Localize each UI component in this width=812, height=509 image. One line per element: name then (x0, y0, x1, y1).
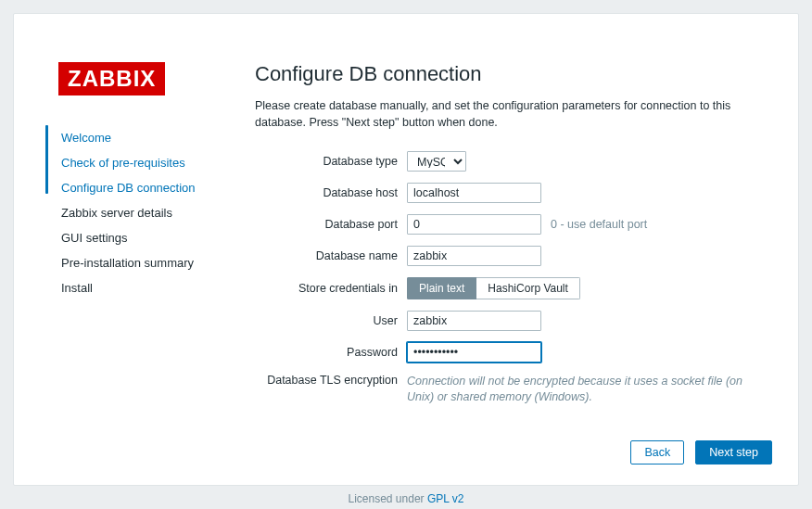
license-link[interactable]: GPL v2 (427, 492, 464, 505)
step-server-details[interactable]: Zabbix server details (45, 200, 234, 225)
label-tls: Database TLS encryption (255, 374, 407, 387)
label-db-port: Database port (255, 218, 407, 231)
store-plain-text-button[interactable]: Plain text (407, 277, 476, 299)
db-password-input[interactable] (407, 342, 541, 363)
step-prerequisites[interactable]: Check of pre-requisites (45, 150, 234, 175)
label-password: Password (255, 346, 407, 359)
db-name-input[interactable] (407, 246, 541, 266)
setup-steps-list: Welcome Check of pre-requisites Configur… (45, 125, 234, 300)
db-type-select[interactable]: MySQL (407, 151, 466, 172)
store-credentials-segmented: Plain text HashiCorp Vault (407, 277, 580, 299)
label-db-host: Database host (255, 186, 407, 199)
db-host-input[interactable] (407, 183, 541, 203)
wizard-footer-buttons: Back Next step (630, 440, 772, 464)
label-db-name: Database name (255, 249, 407, 262)
setup-card: ZABBIX Welcome Check of pre-requisites C… (13, 13, 799, 486)
label-store: Store credentials in (255, 282, 407, 295)
page-root: ZABBIX Welcome Check of pre-requisites C… (0, 0, 812, 509)
db-port-input[interactable] (407, 214, 541, 235)
zabbix-logo: ZABBIX (58, 62, 165, 95)
back-button[interactable]: Back (630, 440, 684, 464)
db-user-input[interactable] (407, 311, 541, 331)
tls-note: Connection will not be encrypted because… (407, 374, 759, 405)
next-step-button[interactable]: Next step (695, 440, 772, 464)
step-preinstall[interactable]: Pre-installation summary (45, 250, 234, 275)
license-footer: Licensed under GPL v2 (0, 492, 812, 505)
step-gui-settings[interactable]: GUI settings (45, 225, 234, 250)
step-install[interactable]: Install (45, 275, 234, 300)
label-user: User (255, 314, 407, 327)
page-title: Configure DB connection (255, 62, 774, 86)
step-db-connection[interactable]: Configure DB connection (45, 175, 234, 200)
license-prefix: Licensed under (349, 492, 427, 505)
db-port-hint: 0 - use default port (551, 218, 647, 231)
label-db-type: Database type (255, 155, 407, 168)
intro-text: Please create database manually, and set… (255, 97, 774, 131)
content-area: Configure DB connection Please create da… (255, 62, 774, 416)
step-welcome[interactable]: Welcome (45, 125, 234, 150)
store-hashicorp-vault-button[interactable]: HashiCorp Vault (476, 277, 579, 299)
